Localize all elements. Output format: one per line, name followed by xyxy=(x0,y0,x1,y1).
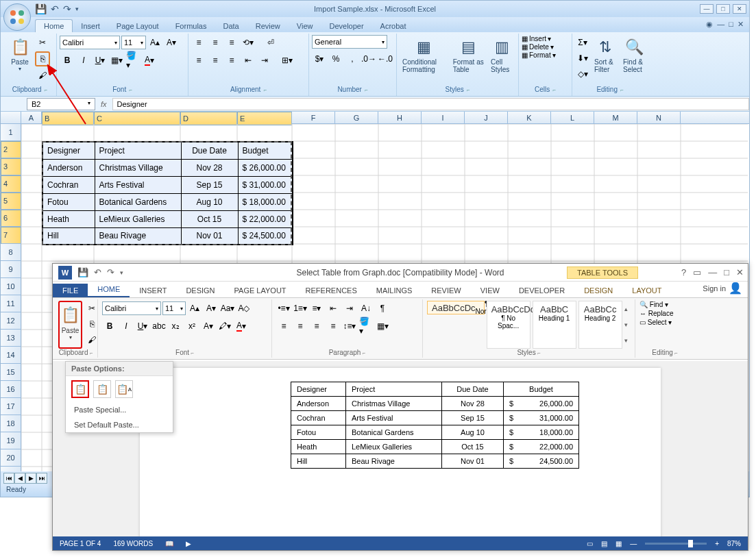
formula-input[interactable]: Designer xyxy=(112,98,749,110)
select-all-corner[interactable] xyxy=(1,112,21,123)
close-button[interactable]: ✕ xyxy=(733,4,746,14)
col-header-G[interactable]: G xyxy=(335,112,378,123)
signin-button[interactable]: Sign in👤 xyxy=(697,279,748,297)
percent-icon[interactable]: % xyxy=(328,51,343,66)
copy-icon[interactable]: ⎘ xyxy=(84,317,99,332)
col-header-A[interactable]: A xyxy=(21,112,42,123)
col-header-C[interactable]: C xyxy=(94,112,180,125)
minimize-button[interactable]: — xyxy=(708,267,717,277)
shrink-font-icon[interactable]: A▾ xyxy=(204,301,219,316)
underline-button[interactable]: U▾ xyxy=(135,319,150,334)
currency-icon[interactable]: $▾ xyxy=(312,51,327,66)
col-header-I[interactable]: I xyxy=(422,112,465,123)
excel-tab-acrobat[interactable]: Acrobat xyxy=(372,20,415,32)
line-spacing-icon[interactable]: ↕≡▾ xyxy=(342,319,357,334)
sort-icon[interactable]: A↓ xyxy=(358,301,374,316)
word-tab-design[interactable]: DESIGN xyxy=(176,284,224,297)
find-select-button[interactable]: 🔍Find & Select xyxy=(620,35,648,75)
comma-icon[interactable]: , xyxy=(345,51,360,66)
strike-button[interactable]: abc xyxy=(151,319,167,334)
col-header-F[interactable]: F xyxy=(292,112,335,123)
show-marks-icon[interactable]: ¶ xyxy=(375,301,390,316)
align-left-icon[interactable]: ≡ xyxy=(276,319,291,334)
maximize-button[interactable]: □ xyxy=(724,267,729,277)
view-web-icon[interactable]: ▦ xyxy=(615,540,622,547)
fill-color-button[interactable]: 🪣▾ xyxy=(125,53,141,68)
paste-keep-source-icon[interactable]: 📋 xyxy=(71,380,89,398)
shading-icon[interactable]: 🪣▾ xyxy=(358,319,374,334)
autosum-icon[interactable]: Σ▾ xyxy=(575,35,590,50)
ribbon-opts-icon[interactable]: ▭ xyxy=(693,267,701,277)
align-bot-icon[interactable]: ≡ xyxy=(224,35,239,50)
excel-tab-view[interactable]: View xyxy=(289,20,321,32)
style-heading-2[interactable]: AaBbCcHeading 2 xyxy=(578,301,622,349)
styles-more-button[interactable]: ▴▾▾ xyxy=(624,301,631,349)
word-ctx-tab-layout[interactable]: LAYOUT xyxy=(622,284,671,297)
mdi-close-icon[interactable]: ✕ xyxy=(737,20,744,29)
paste-merge-icon[interactable]: 📋 xyxy=(93,380,111,398)
bullets-icon[interactable]: •≡▾ xyxy=(276,301,291,316)
superscript-icon[interactable]: x² xyxy=(184,319,199,334)
word-tab-review[interactable]: REVIEW xyxy=(422,284,470,297)
qat-more-icon[interactable]: ▾ xyxy=(75,5,79,12)
zoom-slider[interactable] xyxy=(645,543,707,545)
sheet-next-icon[interactable]: ▶ xyxy=(25,473,36,484)
style---normal[interactable]: AaBbCcDc¶ Normal xyxy=(427,301,485,314)
excel-tab-developer[interactable]: Developer xyxy=(321,20,371,32)
row-header-9[interactable]: 9 xyxy=(1,261,21,278)
help-icon[interactable]: ? xyxy=(681,267,686,277)
view-read-icon[interactable]: ▭ xyxy=(587,540,593,547)
col-header-N[interactable]: N xyxy=(637,112,681,123)
format-cells-button[interactable]: ▦ Format ▾ xyxy=(522,51,556,59)
row-header-11[interactable]: 11 xyxy=(1,295,21,312)
select-button[interactable]: ▭ Select ▾ xyxy=(639,319,690,326)
conditional-formatting-button[interactable]: ▦Conditional Formatting xyxy=(400,35,449,75)
word-count[interactable]: 169 WORDS xyxy=(113,540,153,547)
align-right-icon[interactable]: ≡ xyxy=(309,319,324,334)
row-header-18[interactable]: 18 xyxy=(1,415,21,432)
row-header-8[interactable]: 8 xyxy=(1,244,21,261)
highlight-icon[interactable]: 🖍▾ xyxy=(217,319,232,334)
col-header-D[interactable]: D xyxy=(180,112,237,125)
close-button[interactable]: ✕ xyxy=(736,267,744,277)
set-default-paste-item[interactable]: Set Default Paste... xyxy=(66,417,173,432)
sort-filter-button[interactable]: ⇅Sort & Filter xyxy=(592,35,619,75)
word-icon[interactable]: W xyxy=(58,266,72,280)
word-tab-home[interactable]: HOME xyxy=(88,282,130,297)
multilevel-icon[interactable]: ≡▾ xyxy=(309,301,324,316)
mdi-min-icon[interactable]: — xyxy=(717,20,724,29)
align-center-icon[interactable]: ≡ xyxy=(293,319,308,334)
align-top-icon[interactable]: ≡ xyxy=(191,35,206,50)
fill-icon[interactable]: ⬇▾ xyxy=(575,51,590,66)
row-header-20[interactable]: 20 xyxy=(1,449,21,467)
word-tab-references[interactable]: REFERENCES xyxy=(296,284,367,297)
col-header-H[interactable]: H xyxy=(378,112,422,123)
qat-more-icon[interactable]: ▾ xyxy=(120,269,123,276)
clear-icon[interactable]: ◇▾ xyxy=(575,66,590,82)
word-pasted-table[interactable]: DesignerProjectDue DateBudgetAndersonChr… xyxy=(291,382,579,469)
grow-font-icon[interactable]: A▴ xyxy=(147,35,162,50)
minimize-button[interactable]: — xyxy=(700,4,714,14)
font-size-select[interactable]: 11▾ xyxy=(121,36,146,49)
excel-tab-review[interactable]: Review xyxy=(247,20,289,32)
replace-button[interactable]: ↔ Replace xyxy=(639,310,690,317)
align-mid-icon[interactable]: ≡ xyxy=(208,35,223,50)
macro-icon[interactable]: ▶ xyxy=(186,540,191,547)
sheet-first-icon[interactable]: ⏮ xyxy=(3,473,14,484)
change-case-icon[interactable]: Aa▾ xyxy=(220,301,235,316)
save-icon[interactable]: 💾 xyxy=(35,3,47,14)
excel-tab-formulas[interactable]: Formulas xyxy=(167,20,215,32)
style-heading-1[interactable]: AaBbCHeading 1 xyxy=(533,301,576,349)
zoom-in-button[interactable]: + xyxy=(715,540,719,547)
word-ctx-tab-design[interactable]: DESIGN xyxy=(574,284,622,297)
insert-cells-button[interactable]: ▦ Insert ▾ xyxy=(522,35,551,42)
text-effects-icon[interactable]: A▾ xyxy=(201,319,216,334)
redo-icon[interactable]: ↷ xyxy=(63,3,71,14)
row-header-19[interactable]: 19 xyxy=(1,432,21,449)
row-header-15[interactable]: 15 xyxy=(1,364,21,381)
grow-font-icon[interactable]: A▴ xyxy=(187,301,202,316)
word-tab-developer[interactable]: DEVELOPER xyxy=(509,284,574,297)
borders-icon[interactable]: ▦▾ xyxy=(375,319,390,334)
font-color-button[interactable]: A▾ xyxy=(142,53,157,68)
indent-inc-icon[interactable]: ⇥ xyxy=(257,53,272,68)
